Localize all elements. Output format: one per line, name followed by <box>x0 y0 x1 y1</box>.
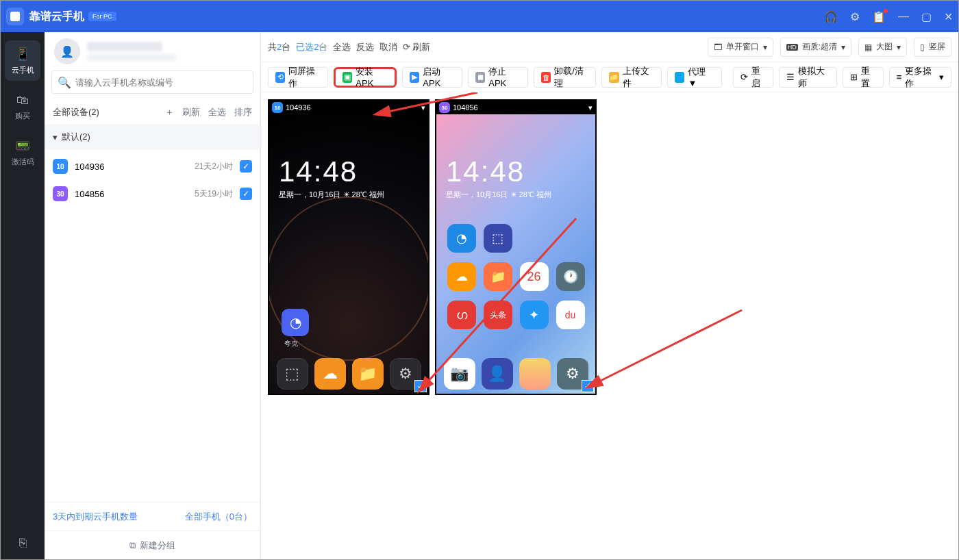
phone-card[interactable]: 30104856 ▾ 14:48 星期一，10月16日 ☀ 28℃ 福州 ◔ ⬚… <box>435 99 597 395</box>
search-box[interactable]: 🔍 <box>51 71 253 94</box>
chevron-down-icon: ▾ <box>53 132 58 142</box>
svg-line-2 <box>599 310 742 381</box>
window-icon: 🗔 <box>714 42 722 52</box>
sidebar-sort[interactable]: 排序 <box>234 106 252 118</box>
cloud-app-icon: ☁ <box>447 262 476 291</box>
bag-icon: 🛍 <box>14 92 31 108</box>
uninstall-button[interactable]: 🗑卸载/清理 <box>534 67 596 88</box>
nav-logout[interactable]: ⎘ <box>5 529 40 557</box>
reset-icon: ⊞ <box>850 72 858 82</box>
chevron-down-icon: ▾ <box>763 42 767 52</box>
device-checkbox[interactable]: ✓ <box>240 188 252 200</box>
userid-blurred <box>87 54 176 61</box>
selected-text: 已选2台 <box>296 41 327 53</box>
search-input[interactable] <box>75 77 247 88</box>
new-group-button[interactable]: ⧉ 新建分组 <box>45 531 260 559</box>
titlebar: 靠谱云手机 For PC 🎧 ⚙ 📋 — ▢ ✕ <box>1 1 958 32</box>
device-row[interactable]: 10 104936 21天2小时 ✓ <box>45 153 260 180</box>
stop-apk-button[interactable]: ◼停止APK <box>468 67 528 88</box>
total-text: 共2台 <box>268 41 290 53</box>
clock-app-icon: 🕐 <box>556 262 585 291</box>
phone-card[interactable]: 10104936 ▾ 14:48 星期一，10月16日 ☀ 28℃ 福州 ◔ 夸… <box>268 99 429 395</box>
device-badge-icon: 10 <box>272 102 283 113</box>
grid-icon: ▦ <box>864 42 872 52</box>
phone-screen[interactable]: 14:48 星期一，10月16日 ☀ 28℃ 福州 ◔ ⬚ ☁ 📁 26 🕐 ഗ <box>436 114 595 394</box>
invert-button[interactable]: 反选 <box>356 41 374 53</box>
headset-icon[interactable]: 🎧 <box>824 10 838 23</box>
nav-label: 购买 <box>15 111 30 121</box>
apk-icon: ▣ <box>342 72 352 83</box>
profile-area: 👤 <box>45 32 260 71</box>
avatar: 👤 <box>54 38 80 64</box>
all-phones-label[interactable]: 全部手机（0台） <box>185 511 252 523</box>
phone-menu-icon[interactable]: ▾ <box>588 103 593 112</box>
nav-cloud-phone[interactable]: 📱 云手机 <box>5 40 40 81</box>
minimize-button[interactable]: — <box>898 10 909 23</box>
phone-grid: 10104936 ▾ 14:48 星期一，10月16日 ☀ 28℃ 福州 ◔ 夸… <box>261 92 958 559</box>
baidu-app-icon: du <box>556 301 585 329</box>
launch-apk-button[interactable]: ▶启动APK <box>402 67 462 88</box>
select-all-button[interactable]: 全选 <box>333 41 351 53</box>
all-devices-label[interactable]: 全部设备(2) <box>53 106 99 118</box>
refresh-button[interactable]: ⟳刷新 <box>403 41 430 53</box>
quark-app-label: 夸克 <box>284 339 298 348</box>
crop-app-icon: ⬚ <box>484 224 512 253</box>
upload-file-button[interactable]: 📁上传文件 <box>601 67 662 88</box>
notifications-icon[interactable]: 📋 <box>872 10 886 23</box>
files-app-icon: 📁 <box>484 262 512 291</box>
nav-purchase[interactable]: 🛍 购买 <box>5 86 40 127</box>
expiring-label[interactable]: 3天内到期云手机数量 <box>53 511 138 523</box>
chevron-down-icon: ▾ <box>841 42 845 52</box>
nav-activation[interactable]: 📟 激活码 <box>5 132 40 173</box>
sidebar-select-all[interactable]: 全选 <box>208 106 226 118</box>
dock-files-icon: 📁 <box>352 358 384 390</box>
phone-id: 104936 <box>286 103 311 112</box>
phone-id: 104856 <box>453 103 478 112</box>
window-mode-select[interactable]: 🗔单开窗口▾ <box>708 38 773 57</box>
device-checkbox[interactable]: ✓ <box>240 160 252 173</box>
add-group-icon[interactable]: ＋ <box>165 106 174 118</box>
bars-icon: ☰ <box>786 72 795 82</box>
toutiao-app-icon: 头条 <box>484 301 512 329</box>
close-button[interactable]: ✕ <box>944 10 953 23</box>
phone-menu-icon[interactable]: ▾ <box>421 103 425 112</box>
maximize-button[interactable]: ▢ <box>921 10 932 23</box>
clock-date: 星期一，10月16日 ☀ 28℃ 福州 <box>446 190 551 200</box>
dock-camera-icon: 📷 <box>444 358 475 390</box>
cancel-button[interactable]: 取消 <box>379 41 397 53</box>
settings-icon[interactable]: ⚙ <box>850 10 860 23</box>
toolbar-primary: 共2台 已选2台 全选 反选 取消 ⟳刷新 🗔单开窗口▾ HD画质:超清▾ ▦大… <box>261 32 958 62</box>
restart-button[interactable]: ⟳重启 <box>733 67 774 88</box>
proxy-button[interactable]: 🌐代理 ▼ <box>667 67 721 88</box>
app-title: 靠谱云手机 <box>29 10 84 24</box>
chevron-down-icon: ▾ <box>897 42 901 52</box>
device-time: 5天19小时 <box>195 188 233 200</box>
new-group-label: 新建分组 <box>140 539 175 552</box>
calendar-app-icon: 26 <box>520 262 549 291</box>
device-row[interactable]: 30 104856 5天19小时 ✓ <box>45 180 260 207</box>
more-icon: ≡ <box>897 72 902 82</box>
trash-icon: 🗑 <box>541 72 551 83</box>
device-id: 104856 <box>75 189 104 199</box>
phone-screen[interactable]: 14:48 星期一，10月16日 ☀ 28℃ 福州 ◔ 夸克 ⬚ ☁ 📁 ⚙ ✓ <box>269 114 428 394</box>
phone-icon: 📱 <box>14 46 31 62</box>
more-actions-button[interactable]: ≡更多操作▾ <box>889 67 951 88</box>
portrait-icon: ▯ <box>920 42 925 52</box>
sync-icon: ⟲ <box>275 72 285 83</box>
simulate-master-button[interactable]: ☰模拟大师 <box>779 67 836 88</box>
install-apk-button[interactable]: ▣安装APK <box>334 67 397 88</box>
sidebar-refresh[interactable]: 刷新 <box>182 106 200 118</box>
device-time: 21天2小时 <box>195 161 233 173</box>
restart-icon: ⟳ <box>740 72 748 82</box>
nav-label: 激活码 <box>12 157 34 167</box>
orientation-button[interactable]: ▯竖屏 <box>914 38 951 57</box>
quality-select[interactable]: HD画质:超清▾ <box>780 38 851 57</box>
group-header[interactable]: ▾ 默认(2) <box>45 124 260 150</box>
selected-check-icon: ✓ <box>582 380 594 392</box>
dock-cloud-icon: ☁ <box>314 358 346 390</box>
reset-button[interactable]: ⊞重置 <box>843 67 884 88</box>
toolbar-secondary: ⟲同屏操作 ▣安装APK ▶启动APK ◼停止APK 🗑卸载/清理 📁上传文件 … <box>261 62 958 92</box>
sync-screen-button[interactable]: ⟲同屏操作 <box>268 67 328 88</box>
dock-contacts-icon: 👤 <box>482 358 513 390</box>
size-select[interactable]: ▦大图▾ <box>858 38 907 57</box>
